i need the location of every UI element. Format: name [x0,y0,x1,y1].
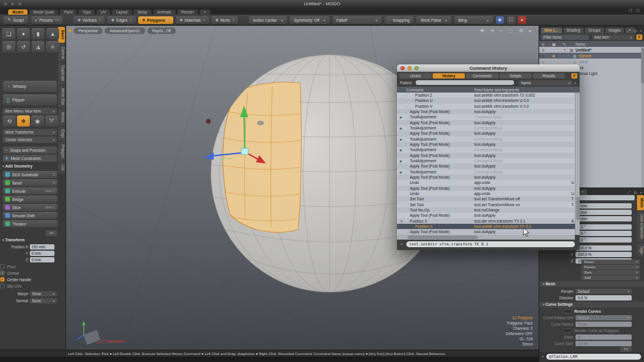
command-history-tab[interactable]: Scripts [499,73,532,78]
geometry-tool-button[interactable]: Thicken [3,220,57,227]
command-history-titlebar[interactable]: Command History [397,64,580,72]
snaps-precision-button[interactable]: ⌁ Snaps and Precision [3,146,57,153]
row-expand-marker[interactable]: ▼ [400,220,403,223]
more-tools-button[interactable]: >> [46,230,57,236]
row-expand-marker[interactable]: – [405,94,407,97]
row-expand-marker[interactable]: – [405,225,407,228]
history-row[interactable]: Apply Tool (Post Mode) tool.doApply [397,163,575,169]
transform-action-button[interactable]: Zero [581,270,640,275]
history-row[interactable]: Undo app.undo U [397,180,575,185]
curve-unit-dropdown[interactable]: Meters [576,315,632,320]
name-filter-dropdown[interactable]: Name [519,80,573,86]
falloff-dropdown[interactable]: Falloff [333,16,382,24]
zoom-button[interactable] [415,66,419,70]
history-row[interactable]: – Position X tool.setAttr xfrm.transform… [397,224,575,229]
property-value-field[interactable]: 100.0 % [576,252,632,257]
command-history-tab[interactable]: Commands [466,73,498,78]
geometry-tool-button[interactable]: Slice Shift-C [3,204,57,211]
geometry-tool-button[interactable]: Smooth Shift [3,212,57,219]
text-tool-icon[interactable]: A [46,41,59,52]
bling-dropdown[interactable]: Bling [454,16,493,24]
center-selected-dropdown[interactable]: Center Selected [3,136,57,143]
checkbox[interactable]: ✓ [0,271,5,275]
crop-icon[interactable]: ⛶ [507,16,515,24]
work-plane-dropdown[interactable]: Work Plane [416,16,451,24]
gizmo-center-handle[interactable] [241,148,248,155]
render-curves-toggle[interactable] [563,309,572,313]
history-row[interactable]: ▶ ToolAdjustment Command Block [397,114,575,119]
viewport-nav-icons[interactable]: ✥ ⟲ ⌕ ⬚ ⚙ ▸ [480,28,534,34]
snapping-button[interactable]: ⌁ Snapping [385,16,414,24]
history-row[interactable]: ▼ Position X tool.attr xfrm.transform TX… [397,218,575,224]
history-row[interactable]: ▶ ToolAdjustment Command Block [397,147,575,152]
add-item-dropdown[interactable]: Add Item [592,35,634,40]
form-edit-button[interactable]: F [636,35,642,40]
item-label[interactable]: Untitled* [576,48,591,52]
selection-mode-button[interactable]: [object Object] ◆ Materials 4 [176,16,209,24]
camera-view-button[interactable]: Perspective [74,28,102,34]
add-button[interactable]: + [518,16,526,24]
row-expand-marker[interactable]: ▶ [400,115,402,119]
geometry-tool-button[interactable]: Bevel B [3,179,57,186]
position-value-field[interactable]: 0 mm [30,257,54,262]
command-input[interactable] [406,241,575,247]
history-row[interactable]: Apply Tool (Post Mode) tool.doApply [397,120,575,125]
sculpt-button[interactable]: ✎ Sculpt [4,16,28,24]
history-row[interactable]: Tool No-Op. tool.noChange [397,207,575,213]
layout-tab[interactable]: Animate [153,9,176,15]
scrollbar-thumb[interactable] [407,235,478,239]
panel-tab[interactable]: Shading [563,28,584,33]
sidebar-vertical-tab[interactable]: UV [58,162,65,173]
sidebar-vertical-tab[interactable]: Vertex [58,109,65,125]
close-button[interactable] [400,66,405,70]
sphere-tool-icon[interactable]: ● [17,28,30,39]
normal-dropdown[interactable]: None [30,298,57,303]
sidebar-vertical-tab[interactable]: Mesh Edit [58,86,65,108]
checkbox[interactable]: ✓ [0,264,5,269]
history-row[interactable]: – Position Z tool.setAttr xfrm.transform… [397,93,575,98]
action-center-dropdown[interactable]: Action Center [249,16,287,24]
torus-tool-icon[interactable]: ◎ [2,41,15,52]
scrollbar-thumb[interactable] [576,197,580,220]
minimize-button[interactable] [11,2,15,6]
layout-tab[interactable]: + [200,9,210,15]
rotate-item-tool-icon[interactable]: ⟲ [3,115,16,127]
history-row[interactable]: ▶ ToolAdjustment Command Block [397,169,575,175]
cone-tool-icon[interactable]: ▲ [46,28,59,39]
property-value-field[interactable]: 100.0 % [576,245,632,251]
layout-tab[interactable]: Layout [112,9,132,15]
item-row-scene[interactable]: ⊙ ▾ ▤ Untitled* [539,47,644,53]
property-value-field[interactable]: 0.0 ° [576,224,632,230]
properties-vertical-tab[interactable]: Mesh [637,195,644,210]
item-row-mesh[interactable]: ⊙ – ◍ Mesh [539,59,644,64]
minimize-button[interactable] [407,66,412,70]
properties-vertical-tab[interactable]: Tags [637,243,644,257]
shading-mode-button[interactable]: AdvancedOpenGL [105,28,145,34]
row-expand-marker[interactable]: ▶ [400,148,402,152]
property-value-field[interactable]: 0 mm [576,210,632,215]
mesh-section-header[interactable]: Mesh [539,281,644,287]
polygon-tool-icon[interactable]: ◮ [32,41,44,52]
history-row[interactable]: Apply Tool (Post Mode) tool.doApply [397,131,575,136]
mesh-constraints-button[interactable]: ◈ Mesh Constraints [3,155,57,162]
curve-settings-header[interactable]: Curve Settings [539,302,644,308]
checkbox[interactable]: ✓ [0,284,5,288]
properties-vertical-tab[interactable]: User Channels [637,211,644,242]
command-history-window[interactable]: Command History Undos History Commands S… [397,64,580,250]
command-history-tab[interactable]: Undos [399,73,431,78]
geometry-tool-button[interactable]: Extrude Shift-X [3,187,57,194]
zoom-button[interactable] [18,2,22,6]
history-row[interactable]: ▶ ToolAdjustment Command Block [397,158,575,163]
cylinder-tool-icon[interactable]: ▮ [32,28,44,39]
panel-tab[interactable]: Groups [585,28,604,33]
transform-action-button[interactable]: Freeze [581,265,640,269]
selection-mode-button[interactable]: [object Object] ◆ Edges 2 [107,16,136,24]
visibility-eye-icon[interactable]: ⊙ [542,60,544,64]
paint-tool-icon[interactable]: ❖ [496,16,504,24]
layout-tab[interactable]: Paint [60,9,77,15]
sidebar-vertical-tab[interactable]: Polygon [58,142,65,161]
history-row[interactable]: – Position U tool.setAttr xfrm.transform… [397,98,575,103]
sidebar-vertical-tab[interactable]: Duplicate [58,63,65,84]
history-row[interactable]: Apply Tool (Post Mode) tool.doApply [397,186,575,191]
row-expand-marker[interactable]: ▶ [400,138,402,141]
